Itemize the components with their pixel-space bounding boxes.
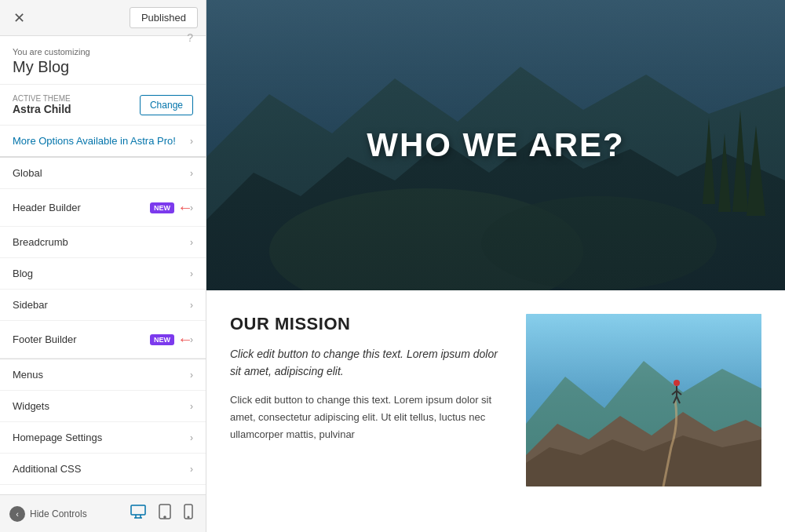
- body-text: Click edit button to change this text. L…: [230, 392, 507, 443]
- svg-point-5: [164, 516, 166, 518]
- mobile-view-button[interactable]: [181, 501, 196, 527]
- nav-item-sidebar[interactable]: Sidebar ›: [0, 290, 206, 321]
- hide-controls-button[interactable]: ‹ Hide Controls: [9, 506, 121, 522]
- chevron-icon: ›: [190, 168, 193, 179]
- nav-item-menus[interactable]: Menus ›: [0, 359, 206, 391]
- content-image-svg: [526, 314, 761, 486]
- published-button[interactable]: Published: [130, 7, 198, 28]
- chevron-icon: ›: [190, 432, 193, 443]
- nav-item-label: Header Builder: [13, 202, 144, 213]
- chevron-icon: ›: [190, 237, 193, 248]
- active-theme: Active theme Astra Child Change: [0, 85, 206, 126]
- chevron-icon: ›: [190, 202, 193, 213]
- chevron-icon: ›: [190, 370, 193, 381]
- customizing-label: You are customizing: [13, 47, 193, 56]
- customizing-header: ? You are customizing My Blog: [0, 36, 206, 85]
- chevron-icon: ›: [190, 136, 193, 147]
- nav-item-widgets[interactable]: Widgets ›: [0, 391, 206, 422]
- nav-item-label: Sidebar: [13, 299, 190, 311]
- nav-item-label: Breadcrumb: [13, 236, 190, 248]
- customizing-title: My Blog: [13, 58, 193, 76]
- nav-item-blog[interactable]: Blog ›: [0, 258, 206, 290]
- nav-item-additional-css[interactable]: Additional CSS ›: [0, 454, 206, 485]
- sidebar-bottom: ‹ Hide Controls: [0, 494, 206, 532]
- nav-item-label: Widgets: [13, 400, 190, 412]
- desktop-icon: [130, 505, 146, 519]
- theme-label: Active theme: [13, 94, 71, 103]
- chevron-icon: ›: [190, 401, 193, 412]
- svg-rect-0: [131, 505, 145, 515]
- nav-item-header-builder[interactable]: Header Builder NEW ← ›: [0, 189, 206, 227]
- nav-item-global[interactable]: Global ›: [0, 158, 206, 189]
- hero-section: WHO WE ARE?: [206, 0, 785, 290]
- nav-item-label: Homepage Settings: [13, 432, 190, 443]
- new-badge: NEW: [150, 334, 174, 345]
- circle-arrow-icon: ‹: [9, 506, 25, 522]
- close-button[interactable]: ✕: [8, 7, 30, 29]
- desktop-view-button[interactable]: [127, 501, 149, 526]
- section-title: OUR MISSION: [230, 314, 507, 334]
- astra-pro-item[interactable]: More Options Available in Astra Pro! ›: [0, 126, 206, 158]
- new-badge: NEW: [150, 202, 174, 213]
- hero-title: WHO WE ARE?: [367, 126, 624, 164]
- nav-item-label: Global: [13, 167, 190, 179]
- help-icon[interactable]: ?: [187, 31, 193, 44]
- italic-text: Click edit button to change this text. L…: [230, 345, 507, 381]
- nav-item-homepage-settings[interactable]: Homepage Settings ›: [0, 422, 206, 454]
- chevron-icon: ›: [190, 268, 193, 279]
- tablet-icon: [159, 504, 171, 519]
- mobile-icon: [184, 504, 193, 519]
- chevron-icon: ›: [190, 334, 193, 345]
- sidebar: ✕ Published ? You are customizing My Blo…: [0, 0, 206, 532]
- sidebar-topbar: ✕ Published: [0, 0, 206, 36]
- svg-point-7: [188, 516, 189, 518]
- chevron-icon: ›: [190, 464, 193, 475]
- content-image: [526, 314, 761, 486]
- nav-item-label: Footer Builder: [13, 333, 144, 345]
- nav-item-label: Additional CSS: [13, 463, 190, 475]
- nav-item-footer-builder[interactable]: Footer Builder NEW ← ›: [0, 321, 206, 359]
- astra-pro-label: More Options Available in Astra Pro!: [13, 135, 190, 147]
- nav-item-label: Blog: [13, 268, 190, 279]
- main-preview: WHO WE ARE? OUR MISSION Click edit butto…: [206, 0, 785, 532]
- content-left: OUR MISSION Click edit button to change …: [230, 314, 507, 516]
- nav-item-label: Menus: [13, 369, 190, 381]
- theme-info: Active theme Astra Child: [13, 94, 71, 115]
- nav-item-breadcrumb[interactable]: Breadcrumb ›: [0, 227, 206, 258]
- content-section: OUR MISSION Click edit button to change …: [206, 290, 785, 532]
- svg-point-22: [674, 380, 680, 386]
- chevron-icon: ›: [190, 300, 193, 311]
- change-theme-button[interactable]: Change: [140, 95, 193, 115]
- nav-items: More Options Available in Astra Pro! › G…: [0, 126, 206, 494]
- theme-name: Astra Child: [13, 103, 71, 115]
- hide-controls-label: Hide Controls: [30, 508, 87, 519]
- tablet-view-button[interactable]: [155, 501, 174, 527]
